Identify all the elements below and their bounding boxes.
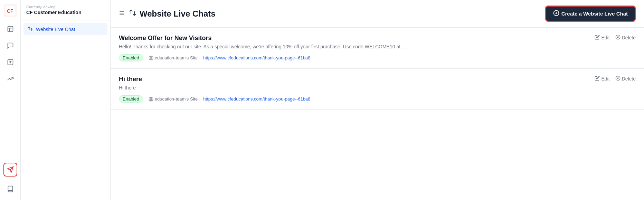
chat-meta: Enabled education-team's Site https://ww…: [119, 95, 636, 103]
edit-icon: [595, 35, 600, 41]
card-actions: Edit Delete: [595, 35, 636, 41]
main-header: Website Live Chats Create a Website Live…: [111, 0, 644, 28]
chat-description: Hello! Thanks for checking out our site.…: [119, 44, 430, 49]
main-content: Website Live Chats Create a Website Live…: [111, 0, 644, 200]
delete-action[interactable]: Delete: [615, 76, 636, 82]
delete-icon: [615, 35, 621, 41]
status-badge: Enabled: [119, 54, 143, 61]
page-title: Website Live Chats: [129, 9, 216, 19]
upload-icon[interactable]: [3, 55, 17, 69]
sidebar-item-website-live-chat[interactable]: Website Live Chat: [23, 23, 107, 35]
delete-icon: [615, 76, 621, 82]
logo-icon[interactable]: CF: [4, 4, 17, 17]
chat-title: Welcome Offer for New Visitors: [119, 35, 636, 42]
icon-bar: CF: [0, 0, 21, 200]
edit-action[interactable]: Edit: [595, 76, 609, 82]
chat-site: education-team's Site: [149, 96, 198, 102]
chat-list: Edit Delete Welcome Offer for New Visito…: [111, 28, 644, 200]
edit-action[interactable]: Edit: [595, 35, 609, 41]
svg-rect-2: [8, 27, 13, 32]
campaigns-icon[interactable]: [3, 163, 17, 177]
chat-icon[interactable]: [3, 39, 17, 53]
title-swap-icon: [129, 9, 137, 19]
chat-card: Edit Delete Hi there Hi there Enabled ed…: [111, 69, 644, 110]
chat-description: Hi there: [119, 85, 430, 91]
chat-meta: Enabled education-team's Site https://ww…: [119, 54, 636, 61]
plus-icon: [553, 10, 559, 17]
chat-card: Edit Delete Welcome Offer for New Visito…: [111, 28, 644, 69]
status-badge: Enabled: [119, 95, 143, 103]
chat-url[interactable]: https://www.cfeducations.com/thank-you-p…: [203, 96, 310, 102]
sidebar-nav: Website Live Chat: [21, 20, 110, 38]
delete-action[interactable]: Delete: [615, 35, 636, 41]
sidebar: Currently viewing: CF Customer Education…: [21, 0, 111, 200]
sidebar-item-label: Website Live Chat: [36, 27, 75, 32]
analytics-icon[interactable]: [3, 72, 17, 86]
chat-url[interactable]: https://www.cfeducations.com/thank-you-p…: [203, 55, 310, 60]
org-name: CF Customer Education: [26, 10, 105, 15]
main-header-left: Website Live Chats: [119, 9, 216, 19]
chat-title: Hi there: [119, 76, 636, 83]
chat-site: education-team's Site: [149, 55, 198, 60]
inbox-icon[interactable]: [3, 22, 17, 36]
create-chat-button[interactable]: Create a Website Live Chat: [545, 6, 636, 22]
card-actions: Edit Delete: [595, 76, 636, 82]
swap-icon: [28, 26, 33, 32]
currently-viewing-label: Currently viewing:: [26, 5, 105, 9]
sidebar-header: Currently viewing: CF Customer Education: [21, 0, 110, 20]
library-icon[interactable]: [3, 182, 17, 196]
edit-icon: [595, 76, 600, 82]
hamburger-icon[interactable]: [119, 10, 125, 18]
svg-text:CF: CF: [7, 8, 13, 14]
